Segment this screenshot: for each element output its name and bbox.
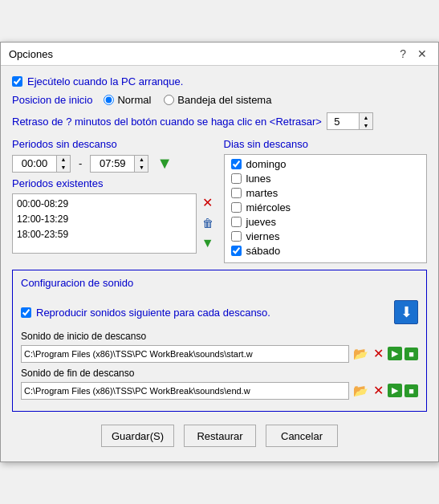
day-item-sabado: sábado — [231, 245, 421, 257]
two-col-section: Periodos sin descanso ▲ ▼ - ▲ — [12, 138, 427, 263]
list-item: 18:00-23:59 — [17, 227, 192, 242]
periods-label: Periodos sin descanso — [12, 138, 216, 150]
title-bar-controls: ? ✕ — [396, 47, 430, 60]
day-label-martes[interactable]: martes — [246, 187, 278, 199]
reproduce-checkbox-row: Reproducir sonidos siguiente para cada d… — [21, 300, 418, 324]
day-checkbox-viernes[interactable] — [231, 231, 242, 242]
sound-reproduce-row: Configuracion de sonido — [21, 277, 418, 294]
delay-up-button[interactable]: ▲ — [360, 113, 372, 121]
end-sound-label: Sonido de fin de descanso — [21, 368, 418, 379]
position-row: Posicion de inicio Normal Bandeja del si… — [12, 94, 427, 106]
startup-label[interactable]: Ejecútelo cuando la PC arranque. — [27, 75, 183, 87]
day-checkbox-martes[interactable] — [231, 188, 242, 198]
day-item-lunes: lunes — [231, 173, 421, 185]
day-item-viernes: viernes — [231, 230, 421, 242]
delay-input[interactable] — [327, 112, 359, 130]
period-end-field: ▲ ▼ — [90, 155, 148, 173]
day-label-lunes[interactable]: lunes — [246, 173, 271, 185]
end-stop-button[interactable]: ■ — [404, 384, 418, 397]
delay-spin-buttons: ▲ ▼ — [359, 112, 373, 130]
delete-period-button[interactable]: ✕ — [200, 193, 216, 212]
close-button[interactable]: ✕ — [414, 47, 430, 60]
days-label: Dias sin descanso — [224, 138, 428, 150]
start-sound-controls: 📂 ✕ ▶ ■ — [352, 344, 418, 363]
end-folder-button[interactable]: 📂 — [352, 383, 369, 399]
period-end-down[interactable]: ▼ — [135, 164, 148, 172]
day-label-viernes[interactable]: viernes — [246, 230, 280, 242]
day-checkbox-domingo[interactable] — [231, 159, 242, 169]
radio-normal-label[interactable]: Normal — [117, 94, 151, 106]
day-label-sabado[interactable]: sábado — [246, 245, 281, 257]
existing-periods-label: Periodos existentes — [12, 177, 216, 189]
start-stop-button[interactable]: ■ — [404, 348, 418, 360]
period-start-up[interactable]: ▲ — [57, 156, 70, 164]
period-start-spin: ▲ ▼ — [56, 155, 71, 173]
left-col: Periodos sin descanso ▲ ▼ - ▲ — [12, 138, 216, 263]
radio-tray-label[interactable]: Bandeja del sistema — [177, 94, 271, 106]
help-button[interactable]: ? — [396, 47, 409, 60]
start-folder-button[interactable]: 📂 — [352, 346, 369, 362]
dialog-body: Ejecútelo cuando la PC arranque. Posicio… — [1, 66, 438, 461]
start-sound-label: Sonido de inicio de descanso — [21, 331, 418, 342]
end-sound-row: 📂 ✕ ▶ ■ — [21, 381, 418, 400]
period-separator: - — [79, 157, 82, 169]
move-down-period-button[interactable]: ▼ — [200, 234, 216, 252]
radio-normal: Normal — [104, 94, 151, 106]
end-sound-input[interactable] — [21, 382, 349, 400]
period-start-down[interactable]: ▼ — [57, 164, 70, 172]
restore-button[interactable]: Restaurar — [184, 425, 256, 447]
delay-down-button[interactable]: ▼ — [360, 121, 372, 129]
existing-list[interactable]: 00:00-08:29 12:00-13:29 18:00-23:59 — [12, 193, 197, 254]
options-dialog: Opciones ? ✕ Ejecútelo cuando la PC arra… — [0, 42, 439, 462]
end-sound-controls: 📂 ✕ ▶ ■ — [352, 381, 418, 400]
day-item-miercoles: miércoles — [231, 201, 421, 213]
period-end-spin: ▲ ▼ — [134, 155, 148, 173]
sound-reproduce-left: Configuracion de sonido — [21, 277, 133, 294]
day-item-martes: martes — [231, 187, 421, 199]
existing-controls: ✕ 🗑 ▼ — [200, 193, 216, 252]
end-play-button[interactable]: ▶ — [388, 384, 402, 397]
period-end-input[interactable] — [90, 155, 134, 173]
edit-period-button[interactable]: 🗑 — [200, 215, 216, 231]
existing-section: 00:00-08:29 12:00-13:29 18:00-23:59 ✕ 🗑 … — [12, 193, 216, 254]
button-row: Guardar(S) Restaurar Cancelar — [12, 420, 427, 453]
period-start-input[interactable] — [12, 155, 56, 173]
save-button[interactable]: Guardar(S) — [101, 425, 174, 447]
startup-row: Ejecútelo cuando la PC arranque. — [12, 75, 427, 87]
delay-row: Retraso de ? minutos del botón cuando se… — [12, 112, 427, 130]
reproduce-checkbox[interactable] — [21, 307, 31, 318]
day-label-miercoles[interactable]: miércoles — [246, 201, 291, 213]
delay-label: Retraso de ? minutos del botón cuando se… — [12, 116, 322, 128]
period-start-field: ▲ ▼ — [12, 155, 71, 173]
day-checkbox-miercoles[interactable] — [231, 202, 242, 213]
position-label: Posicion de inicio — [12, 94, 92, 106]
end-delete-button[interactable]: ✕ — [372, 381, 385, 400]
position-radio-group: Normal Bandeja del sistema — [104, 94, 271, 106]
sound-section-title: Configuracion de sonido — [21, 277, 133, 289]
day-item-domingo: domingo — [231, 158, 421, 170]
day-item-jueves: jueves — [231, 216, 421, 228]
startup-checkbox[interactable] — [12, 76, 22, 87]
download-button[interactable]: ⬇ — [394, 300, 418, 324]
radio-tray-input[interactable] — [164, 95, 174, 105]
start-sound-input[interactable] — [21, 345, 349, 363]
delay-spinner: ▲ ▼ — [327, 112, 373, 130]
add-period-button[interactable]: ▼ — [156, 154, 173, 173]
start-delete-button[interactable]: ✕ — [372, 344, 385, 363]
start-play-button[interactable]: ▶ — [388, 347, 402, 360]
reproduce-label[interactable]: Reproducir sonidos siguiente para cada d… — [36, 307, 270, 319]
sound-section: Configuracion de sonido Reproducir sonid… — [12, 270, 427, 412]
day-checkbox-sabado[interactable] — [231, 246, 242, 256]
day-label-domingo[interactable]: domingo — [246, 158, 287, 170]
radio-normal-input[interactable] — [104, 95, 114, 105]
days-list: domingo lunes martes miércoles — [224, 154, 428, 263]
start-sound-row: 📂 ✕ ▶ ■ — [21, 344, 418, 363]
day-checkbox-jueves[interactable] — [231, 217, 242, 227]
list-item: 12:00-13:29 — [17, 212, 192, 227]
title-bar: Opciones ? ✕ — [1, 43, 438, 66]
day-checkbox-lunes[interactable] — [231, 173, 242, 184]
period-end-up[interactable]: ▲ — [135, 156, 148, 164]
cancel-button[interactable]: Cancelar — [266, 425, 338, 447]
dialog-title: Opciones — [9, 48, 53, 60]
day-label-jueves[interactable]: jueves — [246, 216, 277, 228]
